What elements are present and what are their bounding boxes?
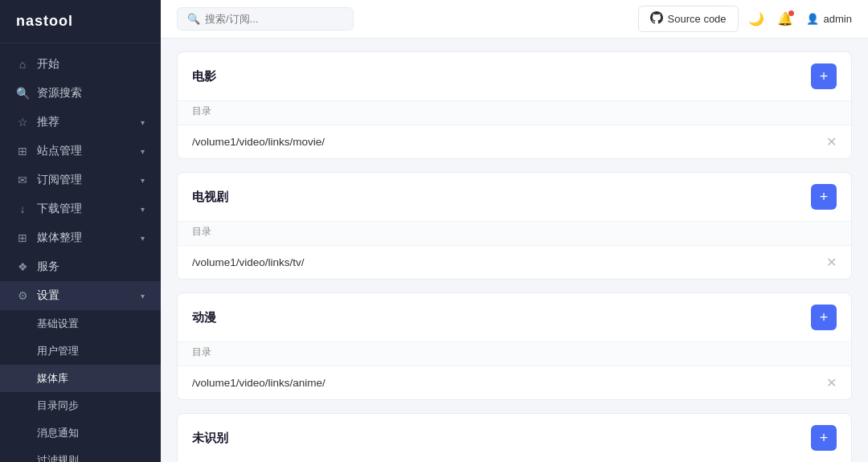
apps-icon: ❖ <box>16 260 29 273</box>
chevron-down-icon: ▾ <box>141 147 145 156</box>
source-code-label: Source code <box>668 13 727 25</box>
header-icons: 🌙 🔔 👤 admin <box>748 11 852 27</box>
home-icon: ⌂ <box>16 58 29 71</box>
media-section-tv: 电视剧 + 目录 /volume1/video/links/tv/ ✕ <box>177 172 852 280</box>
sidebar-item-site[interactable]: ⊞ 站点管理 ▾ <box>0 137 161 166</box>
github-icon <box>650 11 663 27</box>
sidebar-label-site: 站点管理 <box>37 144 133 158</box>
app-logo: nastool <box>0 0 161 43</box>
notification-dot <box>788 10 794 16</box>
unrecognized-add-button[interactable]: + <box>811 425 837 451</box>
sidebar-item-download[interactable]: ↓ 下载管理 ▾ <box>0 194 161 223</box>
anime-dir-label: 目录 <box>178 341 851 366</box>
search-icon: 🔍 <box>16 87 29 100</box>
sidebar-item-start[interactable]: ⌂ 开始 <box>0 50 161 79</box>
download-icon: ↓ <box>16 202 29 215</box>
sidebar-label-media: 媒体整理 <box>37 231 133 245</box>
movie-section-header: 电影 + <box>178 52 851 100</box>
sidebar-nav: ⌂ 开始 🔍 资源搜索 ☆ 推荐 ▾ ⊞ 站点管理 ▾ ✉ 订阅管理 ▾ ↓ 下… <box>0 43 161 462</box>
sidebar-label-search: 资源搜索 <box>37 86 145 100</box>
unrecognized-section-header: 未识别 + <box>178 414 851 462</box>
source-code-button[interactable]: Source code <box>638 6 739 32</box>
anime-remove-button[interactable]: ✕ <box>826 375 837 390</box>
chevron-down-icon: ▾ <box>141 234 145 243</box>
movie-remove-button[interactable]: ✕ <box>826 134 837 149</box>
tv-dir-path: /volume1/video/links/tv/ <box>192 256 305 268</box>
media-section-movie: 电影 + 目录 /volume1/video/links/movie/ ✕ <box>177 51 852 159</box>
sidebar-item-media-library[interactable]: 媒体库 <box>0 365 161 392</box>
sidebar-item-subscription[interactable]: ✉ 订阅管理 ▾ <box>0 166 161 194</box>
bookmark-icon: ✉ <box>16 174 29 186</box>
tv-remove-button[interactable]: ✕ <box>826 255 837 270</box>
globe-icon: ⊞ <box>16 145 29 157</box>
tv-title: 电视剧 <box>192 190 228 205</box>
anime-section-header: 动漫 + <box>178 293 851 341</box>
sidebar-item-recommend[interactable]: ☆ 推荐 ▾ <box>0 108 161 137</box>
user-icon: 👤 <box>806 13 819 25</box>
anime-dir-row: /volume1/video/links/anime/ ✕ <box>178 366 851 399</box>
sidebar-label-settings: 设置 <box>37 288 133 303</box>
tv-section-header: 电视剧 + <box>178 173 851 221</box>
movie-dir-row: /volume1/video/links/movie/ ✕ <box>178 125 851 158</box>
content-area: 电影 + 目录 /volume1/video/links/movie/ ✕ 电视… <box>161 39 868 462</box>
sidebar-label-recommend: 推荐 <box>37 115 133 129</box>
chevron-down-icon: ▾ <box>141 205 145 214</box>
tv-dir-label: 目录 <box>178 221 851 245</box>
media-section-anime: 动漫 + 目录 /volume1/video/links/anime/ ✕ <box>177 292 852 400</box>
search-icon: 🔍 <box>187 13 200 25</box>
sidebar-item-media[interactable]: ⊞ 媒体整理 ▾ <box>0 223 161 252</box>
search-input[interactable] <box>205 13 343 25</box>
unrecognized-title: 未识别 <box>192 431 228 446</box>
movie-dir-label: 目录 <box>178 100 851 125</box>
theme-toggle-button[interactable]: 🌙 <box>748 11 764 27</box>
chevron-down-icon: ▾ <box>141 292 145 301</box>
user-section[interactable]: 👤 admin <box>806 13 852 25</box>
grid-icon: ⊞ <box>16 231 29 244</box>
settings-icon: ⚙ <box>16 289 29 302</box>
tv-dir-row: /volume1/video/links/tv/ ✕ <box>178 245 851 279</box>
media-section-unrecognized: 未识别 + 目录 /volume1/video/ ✕ <box>177 413 852 462</box>
sidebar-item-settings[interactable]: ⚙ 设置 ▾ <box>0 281 161 310</box>
star-icon: ☆ <box>16 116 29 129</box>
sidebar-item-user-management[interactable]: 用户管理 <box>0 337 161 365</box>
sidebar-item-message-notify[interactable]: 消息通知 <box>0 419 161 447</box>
sidebar-item-search[interactable]: 🔍 资源搜索 <box>0 79 161 108</box>
anime-add-button[interactable]: + <box>811 305 837 330</box>
sidebar-label-download: 下载管理 <box>37 202 133 216</box>
sidebar-label-subscription: 订阅管理 <box>37 173 133 187</box>
anime-title: 动漫 <box>192 310 216 325</box>
header: 🔍 Source code 🌙 🔔 👤 admin <box>161 0 868 39</box>
chevron-down-icon: ▾ <box>141 176 145 185</box>
notification-button[interactable]: 🔔 <box>777 11 793 27</box>
movie-dir-path: /volume1/video/links/movie/ <box>192 136 325 148</box>
sidebar-item-basic-settings[interactable]: 基础设置 <box>0 310 161 337</box>
sidebar-item-filter-rules[interactable]: 过滤规则 <box>0 447 161 462</box>
movie-title: 电影 <box>192 69 216 84</box>
anime-dir-path: /volume1/video/links/anime/ <box>192 377 326 389</box>
sidebar: nastool ⌂ 开始 🔍 资源搜索 ☆ 推荐 ▾ ⊞ 站点管理 ▾ ✉ 订阅… <box>0 0 161 462</box>
movie-add-button[interactable]: + <box>811 63 837 89</box>
tv-add-button[interactable]: + <box>811 184 837 210</box>
search-box[interactable]: 🔍 <box>177 7 354 31</box>
sidebar-item-dir-sync[interactable]: 目录同步 <box>0 392 161 419</box>
sidebar-label-start: 开始 <box>37 57 145 72</box>
moon-icon: 🌙 <box>748 11 764 27</box>
sidebar-item-service[interactable]: ❖ 服务 <box>0 252 161 281</box>
username-label: admin <box>824 13 852 25</box>
main-area: 🔍 Source code 🌙 🔔 👤 admin <box>161 0 868 462</box>
sidebar-label-service: 服务 <box>37 260 145 274</box>
chevron-down-icon: ▾ <box>141 118 145 127</box>
